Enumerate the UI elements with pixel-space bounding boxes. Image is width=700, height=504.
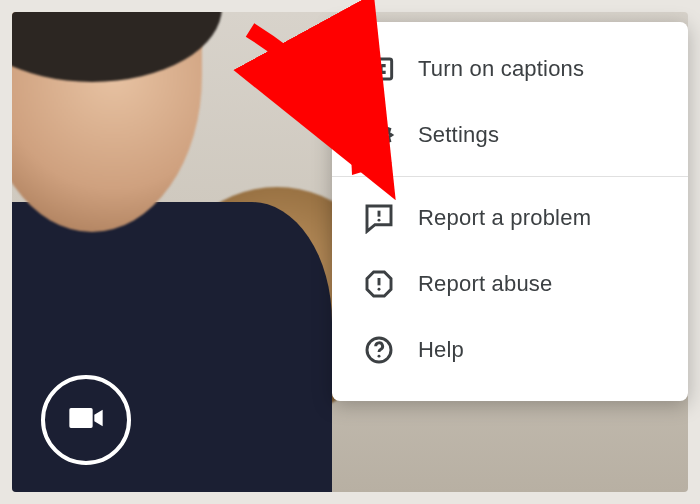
report-abuse-label: Report abuse [418,271,553,297]
report-problem-label: Report a problem [418,205,591,231]
report-problem-menu-item[interactable]: Report a problem [332,185,688,251]
svg-point-8 [378,355,381,358]
report-abuse-icon [362,267,396,301]
svg-point-3 [378,219,381,222]
svg-point-6 [378,288,381,291]
help-icon [362,333,396,367]
settings-menu-item[interactable]: Settings [332,102,688,168]
settings-label: Settings [418,122,499,148]
help-label: Help [418,337,464,363]
captions-menu-item[interactable]: Turn on captions [332,36,688,102]
more-options-menu: Turn on captions Settings Report a probl… [332,22,688,401]
gear-icon [362,118,396,152]
captions-icon [362,52,396,86]
toggle-camera-button[interactable] [41,375,131,465]
video-call-screen: Turn on captions Settings Report a probl… [0,0,700,504]
help-menu-item[interactable]: Help [332,317,688,383]
captions-label: Turn on captions [418,56,584,82]
video-camera-icon [66,398,106,442]
report-abuse-menu-item[interactable]: Report abuse [332,251,688,317]
svg-point-1 [375,131,384,140]
feedback-icon [362,201,396,235]
menu-divider [332,176,688,177]
